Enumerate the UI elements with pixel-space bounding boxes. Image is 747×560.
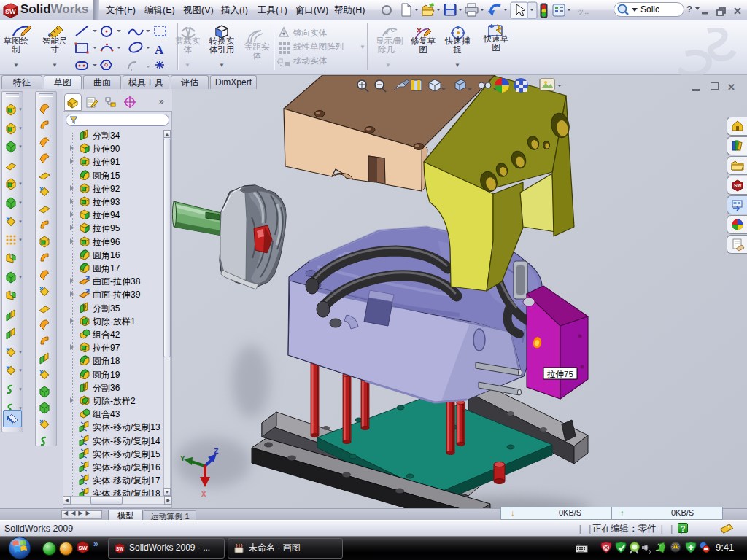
svg-text:SW: SW [116,546,123,551]
svg-text:SW: SW [5,8,16,15]
svg-text:Z: Z [214,447,219,456]
svg-text:拉伸75: 拉伸75 [546,370,573,378]
svg-text:A: A [155,43,164,57]
svg-text:CH: CH [577,544,580,547]
svg-text:ッ..: ッ.. [576,7,589,15]
svg-text:Y: Y [180,454,185,463]
svg-text:X: X [201,490,206,499]
svg-text:SW: SW [79,545,88,551]
svg-text:SW: SW [734,183,742,188]
